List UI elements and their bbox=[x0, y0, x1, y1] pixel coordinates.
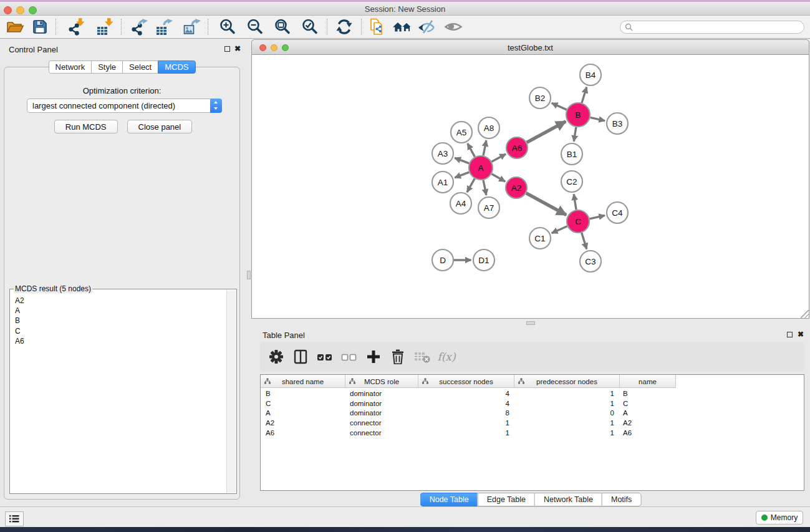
mcds-result-list[interactable]: A2ABCA6 bbox=[11, 290, 226, 493]
open-session-icon[interactable] bbox=[2, 16, 27, 37]
column-header-shared-name[interactable]: shared name bbox=[261, 375, 345, 388]
export-image-icon[interactable] bbox=[180, 16, 205, 37]
cell[interactable]: dominator bbox=[345, 409, 418, 418]
edge-A-A7[interactable] bbox=[483, 180, 486, 195]
node-B3[interactable]: B3 bbox=[607, 113, 628, 134]
edge-A-A4[interactable] bbox=[467, 178, 475, 192]
refresh-icon[interactable] bbox=[330, 16, 358, 37]
zoom-in-icon[interactable] bbox=[214, 16, 241, 37]
select-all-icon[interactable] bbox=[314, 346, 336, 368]
node-A5[interactable]: A5 bbox=[451, 122, 472, 143]
cell[interactable]: B bbox=[620, 389, 676, 399]
node-C2[interactable]: C2 bbox=[561, 171, 582, 192]
import-table-icon[interactable] bbox=[93, 16, 118, 37]
node-D1[interactable]: D1 bbox=[473, 249, 494, 271]
node-A3[interactable]: A3 bbox=[432, 143, 453, 164]
table-close-icon[interactable]: ✖ bbox=[798, 329, 804, 339]
search-input[interactable] bbox=[633, 23, 804, 32]
edge-A-A1[interactable] bbox=[455, 172, 469, 178]
cell[interactable]: A6 bbox=[261, 428, 345, 438]
edge-C-C3[interactable] bbox=[582, 233, 587, 249]
node-B4[interactable]: B4 bbox=[580, 64, 601, 85]
column-header-name[interactable]: name bbox=[620, 375, 676, 388]
window-titlebar[interactable]: Session: New Session bbox=[0, 2, 810, 16]
cell[interactable]: C bbox=[620, 399, 676, 409]
cell[interactable]: dominator bbox=[345, 399, 418, 409]
cell[interactable]: 4 bbox=[418, 389, 514, 399]
table-float-icon[interactable] bbox=[787, 332, 793, 337]
node-C4[interactable]: C4 bbox=[607, 202, 628, 223]
node-B1[interactable]: B1 bbox=[561, 143, 582, 165]
cell[interactable]: A2 bbox=[261, 418, 345, 428]
cell[interactable]: A6 bbox=[620, 428, 676, 438]
memory-button[interactable]: Memory bbox=[756, 511, 803, 525]
eye-icon[interactable] bbox=[441, 16, 466, 37]
criterion-dropdown[interactable]: largest connected component (directed) bbox=[27, 99, 222, 113]
tab-edge-table[interactable]: Edge Table bbox=[478, 493, 534, 506]
vertical-splitter-grip[interactable] bbox=[247, 271, 251, 279]
tab-mcds[interactable]: MCDS bbox=[158, 60, 195, 74]
hide-icon[interactable] bbox=[415, 16, 440, 37]
float-panel-icon[interactable] bbox=[224, 46, 230, 52]
edge-C-C2[interactable] bbox=[574, 194, 576, 210]
node-C[interactable]: C bbox=[567, 210, 589, 233]
node-B[interactable]: B bbox=[566, 103, 590, 127]
cell[interactable]: 1 bbox=[418, 418, 514, 428]
cell[interactable]: 1 bbox=[514, 418, 620, 428]
network-window-titlebar[interactable]: testGlobe.txt bbox=[251, 39, 809, 55]
cell[interactable]: 1 bbox=[514, 399, 620, 409]
column-header-predecessor-nodes[interactable]: predecessor nodes bbox=[514, 375, 620, 388]
tab-style[interactable]: Style bbox=[91, 60, 122, 74]
deselect-all-icon[interactable] bbox=[338, 346, 360, 368]
task-history-button[interactable] bbox=[5, 511, 24, 526]
edge-A-A6[interactable] bbox=[492, 154, 506, 162]
tab-select[interactable]: Select bbox=[122, 60, 158, 74]
mcds-result-scrollbar[interactable] bbox=[226, 290, 236, 493]
column-header-MCDS-role[interactable]: MCDS role bbox=[345, 375, 418, 388]
resize-corner-icon[interactable] bbox=[801, 310, 809, 318]
search-field[interactable] bbox=[620, 21, 804, 34]
node-C1[interactable]: C1 bbox=[529, 228, 551, 249]
edge-A-A5[interactable] bbox=[468, 143, 475, 157]
cell[interactable]: 0 bbox=[514, 409, 620, 418]
mcds-result-item[interactable]: B bbox=[15, 316, 226, 326]
edge-B-B3[interactable] bbox=[591, 117, 605, 120]
cell[interactable]: 8 bbox=[418, 409, 514, 418]
table-row[interactable]: Bdominator41B bbox=[261, 389, 804, 399]
close-panel-icon[interactable]: ✖ bbox=[234, 44, 241, 54]
tab-motifs[interactable]: Motifs bbox=[602, 493, 641, 506]
zoom-selected-icon[interactable] bbox=[296, 16, 324, 37]
run-mcds-button[interactable]: Run MCDS bbox=[54, 120, 118, 133]
zoom-out-icon[interactable] bbox=[241, 16, 269, 37]
edge-B-B1[interactable] bbox=[574, 127, 576, 142]
cell[interactable]: 1 bbox=[514, 428, 620, 438]
node-A8[interactable]: A8 bbox=[478, 117, 499, 138]
export-network-icon[interactable] bbox=[127, 16, 152, 37]
edge-B-B4[interactable] bbox=[582, 87, 587, 103]
horizontal-splitter-grip[interactable] bbox=[526, 321, 535, 325]
cell[interactable]: connector bbox=[345, 428, 418, 438]
node-A[interactable]: A bbox=[469, 156, 493, 180]
cell[interactable]: B bbox=[261, 389, 345, 399]
edge-A-A2[interactable] bbox=[491, 174, 505, 181]
node-A4[interactable]: A4 bbox=[450, 193, 471, 214]
delete-row-icon[interactable] bbox=[387, 346, 409, 368]
cell[interactable]: 1 bbox=[418, 428, 514, 438]
tab-node-table[interactable]: Node Table bbox=[420, 493, 478, 506]
edge-C-C4[interactable] bbox=[590, 215, 605, 219]
tab-network-table[interactable]: Network Table bbox=[534, 493, 602, 506]
node-D[interactable]: D bbox=[432, 249, 453, 271]
edge-B-B2[interactable] bbox=[552, 103, 567, 110]
node-A2[interactable]: A2 bbox=[506, 177, 527, 198]
cell[interactable]: 1 bbox=[514, 389, 620, 399]
node-A6[interactable]: A6 bbox=[506, 137, 528, 158]
cell[interactable]: A bbox=[261, 409, 345, 418]
save-session-icon[interactable] bbox=[27, 16, 52, 37]
node-A7[interactable]: A7 bbox=[478, 197, 499, 218]
edge-A6-B[interactable] bbox=[527, 122, 566, 143]
tab-network[interactable]: Network bbox=[48, 60, 91, 74]
export-table-icon[interactable] bbox=[152, 16, 177, 37]
edge-A-A8[interactable] bbox=[483, 140, 486, 155]
edge-C-C1[interactable] bbox=[552, 226, 567, 233]
table-row[interactable]: A6connector11A6 bbox=[261, 428, 804, 438]
